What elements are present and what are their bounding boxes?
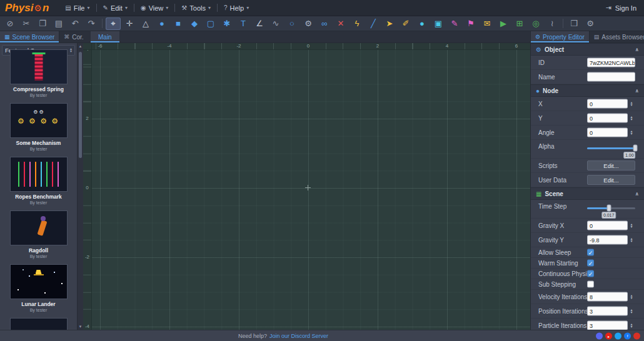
polyline-tool-icon[interactable]: ≀ — [545, 17, 560, 30]
discord-link[interactable]: Join our Discord Server — [269, 333, 328, 339]
spinner-down-icon[interactable]: ▾ — [630, 225, 632, 228]
settings-gear-icon[interactable]: ⚙ — [583, 17, 598, 30]
spinner-gravity-y[interactable]: ▴▾ — [628, 237, 635, 242]
gear-tool-icon[interactable]: ⚙ — [301, 17, 316, 30]
paste-icon[interactable]: ▤ — [51, 17, 66, 30]
play-tool-icon[interactable]: ▶ — [496, 17, 511, 30]
liquid-tool-icon[interactable]: ● — [415, 17, 430, 30]
slider-alpha[interactable]: 1.00 — [587, 144, 635, 152]
box-tool-icon[interactable]: ■ — [171, 17, 186, 30]
text-input-id[interactable]: 7wZKM2NCAWLb — [587, 58, 635, 67]
canvas-viewport[interactable]: -6-4-20246 420-2-4 — [83, 43, 530, 330]
checkbox-continuous-physics[interactable]: ✓ — [587, 270, 594, 277]
checkbox-warm-starting[interactable]: ✓ — [587, 260, 594, 267]
number-input-particle-iterations[interactable]: 3 — [587, 321, 628, 330]
spinner-down-icon[interactable]: ▾ — [630, 325, 632, 328]
spinner-down-icon[interactable]: ▾ — [630, 118, 632, 121]
select-tool-icon[interactable]: ⌖ — [106, 17, 121, 30]
section-header-scene[interactable]: ▦Scene∧ — [531, 187, 644, 200]
mirror-tool-icon[interactable]: △ — [138, 17, 153, 30]
scene-card-ropes-benchmark[interactable]: Ropes BenchmarkBy tester — [0, 154, 77, 207]
polygon-tool-icon[interactable]: ◆ — [187, 17, 202, 30]
tab-scene-browser[interactable]: ▦Scene Browser — [0, 31, 59, 42]
scene-card-some-mechanism[interactable]: Some MechanismBy tester — [0, 100, 77, 154]
spinner-angle[interactable]: ▴▾ — [628, 130, 635, 134]
number-input-position-iterations[interactable]: 3 — [587, 307, 628, 316]
youtube-icon[interactable]: ▸ — [605, 332, 612, 339]
scene-card-ragdoll[interactable]: RagdollBy tester — [0, 207, 77, 261]
frame-tool-icon[interactable]: ▣ — [431, 17, 446, 30]
scene-card-compressed-spring[interactable]: Compressed SpringBy tester — [0, 46, 77, 100]
button-scripts[interactable]: Edit... — [587, 161, 635, 170]
spinner-down-icon[interactable]: ▾ — [630, 240, 632, 242]
spinner-x[interactable]: ▴▾ — [628, 101, 635, 106]
pinterest-icon[interactable] — [633, 332, 640, 339]
rounded-box-tool-icon[interactable]: ▢ — [203, 17, 218, 30]
joint-tool-icon[interactable]: ∞ — [317, 17, 332, 30]
section-header-node[interactable]: ●Node∧ — [531, 84, 644, 97]
tab-main[interactable]: Main — [91, 31, 119, 42]
text-input-name[interactable] — [587, 72, 635, 82]
spinner-down-icon[interactable]: ▾ — [630, 297, 632, 299]
canvas-grid[interactable] — [92, 50, 530, 330]
number-input-x[interactable]: 0 — [587, 99, 628, 109]
flag-tool-icon[interactable]: ⚑ — [463, 17, 478, 30]
force-tool-icon[interactable]: ϟ — [350, 17, 365, 30]
message-tool-icon[interactable]: ✉ — [480, 17, 495, 30]
number-input-angle[interactable]: 0 — [587, 128, 628, 137]
checkbox-allow-sleep[interactable]: ✓ — [587, 249, 594, 256]
ellipse-tool-icon[interactable]: ○ — [284, 17, 299, 30]
section-header-object[interactable]: ⚙Object∧ — [531, 43, 644, 56]
grid-toggle-icon[interactable]: ⊞ — [512, 17, 527, 30]
package-icon[interactable]: ❒ — [566, 17, 581, 30]
spinner-y[interactable]: ▴▾ — [628, 116, 635, 120]
slider-handle[interactable] — [606, 205, 611, 212]
cut-icon[interactable]: ✂ — [19, 17, 34, 30]
facebook-icon[interactable]: f — [624, 332, 631, 339]
spinner-velocity-iterations[interactable]: ▴▾ — [628, 294, 635, 299]
spinner-position-iterations[interactable]: ▴▾ — [628, 309, 635, 313]
redo-icon[interactable]: ↷ — [84, 17, 99, 30]
scene-card-item[interactable] — [0, 315, 77, 330]
tracer-tool-icon[interactable]: ➤ — [382, 17, 397, 30]
spinner-down-icon[interactable]: ▾ — [630, 311, 632, 314]
snap-toggle-icon[interactable]: ◎ — [528, 17, 543, 30]
checkbox-sub-stepping[interactable] — [587, 281, 594, 288]
discord-icon[interactable] — [596, 332, 603, 339]
tab-property-editor[interactable]: ⚙Property Editor — [531, 31, 590, 42]
scroll-down-icon[interactable]: ▼ — [78, 325, 83, 329]
menu-view[interactable]: ◉View▾ — [134, 0, 174, 16]
scene-card-lunar-lander[interactable]: Lunar LanderBy tester — [0, 261, 77, 315]
spinner-gravity-x[interactable]: ▴▾ — [628, 223, 635, 227]
vector-tool-icon[interactable]: ∠ — [252, 17, 267, 30]
spinner-down-icon[interactable]: ▾ — [630, 132, 632, 135]
button-user-data[interactable]: Edit... — [587, 175, 635, 185]
scroll-up-icon[interactable]: ▲ — [78, 44, 83, 48]
slider-time-step[interactable]: 0.017 — [587, 204, 635, 212]
undo-icon[interactable]: ↶ — [68, 17, 83, 30]
spinner-down-icon[interactable]: ▾ — [630, 104, 632, 106]
scrollbar-thumb[interactable] — [79, 52, 82, 158]
menu-file[interactable]: ▤File▾ — [59, 0, 96, 16]
gear-shape-tool-icon[interactable]: ✱ — [219, 17, 234, 30]
tab-assets-browser[interactable]: ▤Assets Browser — [590, 31, 644, 42]
twitter-icon[interactable] — [615, 332, 621, 339]
number-input-gravity-y[interactable]: -9.8 — [587, 235, 628, 245]
edge-tool-icon[interactable]: ╱ — [366, 17, 381, 30]
ruler-tool-icon[interactable]: ✐ — [398, 17, 413, 30]
move-tool-icon[interactable]: ✛ — [122, 17, 137, 30]
tab-cor[interactable]: ⌘Cor... — [59, 31, 83, 42]
circle-tool-icon[interactable]: ● — [154, 17, 169, 30]
sign-in-button[interactable]: ⇥ Sign In — [598, 4, 644, 12]
copy-icon[interactable]: ❐ — [35, 17, 50, 30]
spinner-particle-iterations[interactable]: ▴▾ — [628, 323, 635, 327]
menu-tools[interactable]: ⚒Tools▾ — [175, 0, 217, 16]
scene-list-scrollbar[interactable]: ▲ ▼ — [77, 43, 83, 330]
slider-handle[interactable] — [633, 145, 638, 152]
menu-edit[interactable]: ✎Edit▾ — [97, 0, 134, 16]
deselect-tool-icon[interactable]: ⊘ — [3, 17, 18, 30]
text-tool-icon[interactable]: T — [236, 17, 251, 30]
number-input-gravity-x[interactable]: 0 — [587, 221, 628, 230]
number-input-velocity-iterations[interactable]: 8 — [587, 292, 628, 302]
number-input-y[interactable]: 0 — [587, 114, 628, 123]
